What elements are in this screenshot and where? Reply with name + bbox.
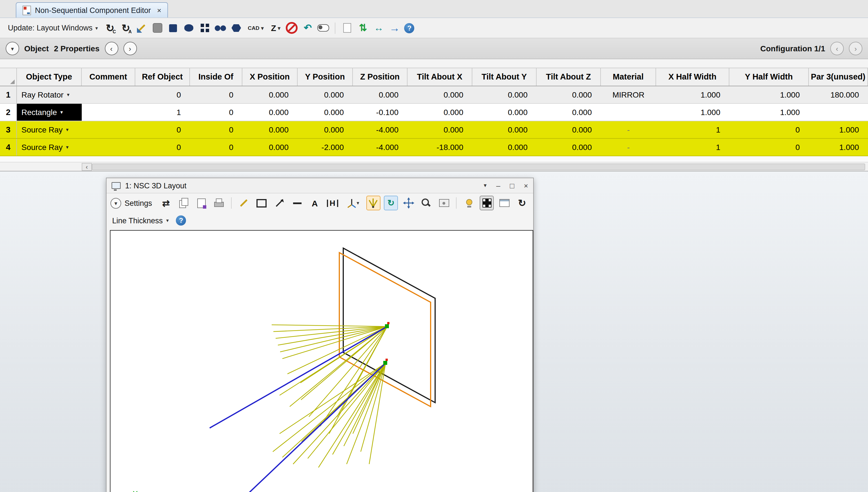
object-type-cell[interactable]: Source Ray ▾ (17, 121, 82, 138)
tab-nsc-editor[interactable]: Non-Sequential Component Editor × (16, 2, 168, 18)
cube-object-icon[interactable] (167, 21, 179, 35)
col-tilt-about-x[interactable]: Tilt About X (408, 68, 472, 86)
tilt-y-cell[interactable]: 0.000 (472, 121, 537, 138)
z-position-cell[interactable]: -0.100 (353, 104, 408, 121)
object-type-cell[interactable]: Source Ray ▾ (17, 139, 82, 156)
nsc-3d-layout-window[interactable]: 1: NSC 3D Layout ▾ – □ × ▾ Settings ⇄ (106, 178, 534, 492)
save-image-icon[interactable] (194, 196, 208, 210)
cad-dropdown[interactable]: CAD ▾ (246, 24, 265, 32)
zoom-tool-icon[interactable] (419, 196, 433, 210)
previous-configuration-button[interactable]: ‹ (830, 42, 844, 55)
row-number[interactable]: 1 (0, 86, 17, 103)
scroll-left-button[interactable]: ‹ (82, 163, 92, 171)
y-position-cell[interactable]: -2.000 (298, 139, 353, 156)
col-inside-of[interactable]: Inside Of (190, 68, 242, 86)
par3-cell[interactable]: 1.000 (809, 139, 868, 156)
y-half-width-cell[interactable]: 0 (729, 121, 809, 138)
orientation-dropdown[interactable]: ▾ (343, 196, 363, 210)
rotate-view-tool-icon[interactable]: ↻ (384, 196, 398, 210)
x-half-width-cell[interactable]: 1.000 (656, 86, 729, 103)
pan-tool-icon[interactable] (402, 196, 416, 210)
object-type-cell[interactable]: Rectangle ▾ (17, 104, 82, 121)
close-icon[interactable]: × (524, 182, 528, 189)
snapshot-tool-icon[interactable] (437, 196, 451, 210)
y-position-cell[interactable]: 0.000 (298, 104, 353, 121)
col-material[interactable]: Material (601, 68, 656, 86)
window-layout-tool-icon[interactable] (497, 196, 511, 210)
minimize-icon[interactable]: – (496, 182, 500, 189)
x-half-width-cell[interactable]: 1 (656, 139, 729, 156)
inside-of-cell[interactable]: 0 (190, 104, 242, 121)
update-icon[interactable]: ↻C (104, 21, 116, 35)
help-icon[interactable]: ? (404, 23, 414, 33)
previous-object-button[interactable]: ‹ (105, 42, 118, 55)
col-y-position[interactable]: Y Position (298, 68, 353, 86)
tilt-z-cell[interactable]: 0.000 (537, 104, 601, 121)
layout-help-icon[interactable]: ? (176, 215, 186, 226)
z-position-cell[interactable]: -4.000 (353, 139, 408, 156)
col-par3[interactable]: Par 3(unused) (809, 68, 868, 86)
ref-object-cell[interactable]: 0 (135, 86, 190, 103)
x-position-cell[interactable]: 0.000 (242, 104, 298, 121)
col-tilt-about-z[interactable]: Tilt About Z (537, 68, 601, 86)
lens-pair-icon[interactable] (214, 21, 226, 35)
cylinder-object-icon[interactable] (183, 21, 195, 35)
tilt-x-cell[interactable]: 0.000 (408, 121, 472, 138)
polygon-object-icon[interactable] (230, 21, 242, 35)
ref-object-cell[interactable]: 0 (135, 121, 190, 138)
comment-cell[interactable] (82, 139, 135, 156)
next-configuration-button[interactable]: › (849, 42, 862, 55)
text-tool-icon[interactable]: A (308, 196, 322, 210)
settings-expand-button[interactable]: ▾ (110, 198, 121, 208)
y-position-cell[interactable]: 0.000 (298, 121, 353, 138)
col-x-position[interactable]: X Position (242, 68, 298, 86)
tab-close-icon[interactable]: × (157, 6, 161, 15)
z-position-cell[interactable]: 0.000 (353, 86, 408, 103)
layout-canvas[interactable]: Y (110, 230, 533, 492)
ignore-object-icon[interactable] (286, 21, 298, 35)
copy-icon[interactable] (176, 196, 191, 210)
x-half-width-cell[interactable]: 1.000 (656, 104, 729, 121)
col-z-position[interactable]: Z Position (353, 68, 408, 86)
editor-sheet-icon[interactable] (341, 21, 353, 35)
line-tool-icon[interactable] (237, 196, 251, 210)
dimension-tool-icon[interactable]: H (325, 196, 339, 210)
y-position-cell[interactable]: 0.000 (298, 86, 353, 103)
x-position-cell[interactable]: 0.000 (242, 139, 298, 156)
lighting-tool-icon[interactable] (462, 196, 476, 210)
tilt-z-cell[interactable]: 0.000 (537, 139, 601, 156)
inside-of-cell[interactable]: 0 (190, 139, 242, 156)
zemax-part-dropdown[interactable]: Z ▾ (270, 22, 282, 34)
tilt-y-cell[interactable]: 0.000 (472, 86, 537, 103)
toggle-icon[interactable] (317, 21, 329, 35)
update-all-icon[interactable]: ↻A (120, 21, 132, 35)
row-number[interactable]: 4 (0, 139, 17, 156)
tilt-y-cell[interactable]: 0.000 (472, 139, 537, 156)
reset-view-icon[interactable]: ↻ (515, 196, 529, 210)
row-number[interactable]: 3 (0, 121, 17, 138)
tilt-z-cell[interactable]: 0.000 (537, 121, 601, 138)
col-tilt-about-y[interactable]: Tilt About Y (472, 68, 537, 86)
row-number-header[interactable] (0, 68, 17, 86)
refresh-icon[interactable]: ⇄ (159, 196, 173, 210)
scrollbar-thumb[interactable] (92, 164, 865, 170)
go-to-icon[interactable]: → (389, 21, 401, 35)
ref-object-cell[interactable]: 1 (135, 104, 190, 121)
array-object-icon[interactable] (199, 21, 210, 35)
selected-object-type[interactable]: Rectangle ▾ (17, 104, 82, 121)
x-half-width-cell[interactable]: 1 (656, 121, 729, 138)
settings-dropdown[interactable]: ▾ Settings (110, 198, 152, 208)
col-y-half-width[interactable]: Y Half Width (729, 68, 809, 86)
undo-icon[interactable]: ↶ (302, 21, 314, 35)
col-comment[interactable]: Comment (82, 68, 135, 86)
comment-cell[interactable] (82, 121, 135, 138)
tilt-y-cell[interactable]: 0.000 (472, 104, 537, 121)
x-position-cell[interactable]: 0.000 (242, 86, 298, 103)
maximize-icon[interactable]: □ (510, 182, 514, 189)
non-sequential-shape-icon[interactable] (151, 21, 163, 35)
z-position-cell[interactable]: -4.000 (353, 121, 408, 138)
update-mode-dropdown[interactable]: Update: Layout Windows ▾ (6, 22, 100, 34)
material-cell[interactable]: - (601, 139, 656, 156)
col-object-type[interactable]: Object Type (17, 68, 82, 86)
row-number[interactable]: 2 (0, 104, 17, 121)
